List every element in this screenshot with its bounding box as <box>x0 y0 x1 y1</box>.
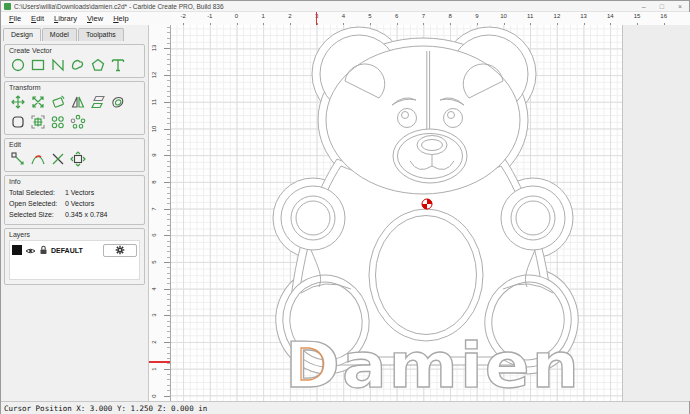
close-button[interactable]: × <box>678 2 682 11</box>
info-title: Info <box>9 178 140 185</box>
menu-library[interactable]: Library <box>49 13 82 24</box>
vruler-label-1: 1 <box>151 361 159 377</box>
hruler-label-10: 10 <box>495 13 513 19</box>
node-edit-tool-icon[interactable] <box>9 150 26 167</box>
layer-row[interactable]: DEFAULT <box>12 243 137 257</box>
vruler-label-2: 2 <box>151 334 159 350</box>
hruler-label-11: 11 <box>521 13 539 19</box>
vruler-label-11: 11 <box>151 94 159 110</box>
tab-toolpaths[interactable]: Toolpaths <box>78 28 124 41</box>
hruler-label-13: 13 <box>575 13 593 19</box>
trim-tool-icon[interactable] <box>49 150 66 167</box>
cursor-position-readout: Cursor Position X: 3.000 Y: 1.250 Z: 0.0… <box>4 404 207 413</box>
fillet-tool-icon[interactable] <box>9 113 26 130</box>
polyline-tool-icon[interactable] <box>49 56 66 73</box>
menu-help[interactable]: Help <box>108 13 133 24</box>
menu-view[interactable]: View <box>82 13 108 24</box>
vruler-label-4: 4 <box>151 281 159 297</box>
vruler-labels: 012345678910111213 <box>149 25 170 401</box>
tab-design[interactable]: Design <box>3 28 41 41</box>
design-canvas[interactable]: Damien <box>171 25 690 401</box>
selected-vector-marker[interactable] <box>422 199 432 209</box>
vertical-ruler: 012345678910111213 <box>149 25 171 401</box>
hruler-label-8: 8 <box>441 13 459 19</box>
vruler-label-0: 0 <box>151 388 159 402</box>
hruler-label-15: 15 <box>628 13 646 19</box>
offset-tool-icon[interactable] <box>109 93 126 110</box>
hruler-label-12: 12 <box>548 13 566 19</box>
layers-list: DEFAULT <box>9 240 140 280</box>
skew-tool-icon[interactable] <box>89 93 106 110</box>
maximize-button[interactable]: □ <box>660 2 664 11</box>
hruler-label-16: 16 <box>655 13 673 19</box>
app-icon <box>4 3 11 10</box>
hruler-label-14: 14 <box>601 13 619 19</box>
hruler-label-1: 1 <box>254 13 272 19</box>
tab-model[interactable]: Model <box>42 28 77 41</box>
info-open-selected: Open Selected: 0 Vectors <box>9 198 140 209</box>
gear-icon[interactable] <box>103 244 137 257</box>
vruler-label-10: 10 <box>151 121 159 137</box>
hruler-label--1: -1 <box>201 13 219 19</box>
hruler-label-7: 7 <box>414 13 432 19</box>
resize-tool-icon[interactable] <box>69 150 86 167</box>
hruler-label-0: 0 <box>228 13 246 19</box>
info-selected-size: Selected Size: 0.345 x 0.784 <box>9 209 140 220</box>
app-window: C:\Users\willia\Downloads\damien.c2d* - … <box>0 0 690 414</box>
vruler-label-3: 3 <box>151 307 159 323</box>
teddy-bear-drawing[interactable]: Damien <box>171 25 690 401</box>
text-tool-icon[interactable] <box>109 56 126 73</box>
vruler-label-12: 12 <box>151 67 159 83</box>
transform-title: Transform <box>9 84 140 91</box>
vruler-label-5: 5 <box>151 254 159 270</box>
hruler-label-9: 9 <box>468 13 486 19</box>
linear-array-tool-icon[interactable] <box>49 113 66 130</box>
menu-edit[interactable]: Edit <box>26 13 49 24</box>
vruler-label-8: 8 <box>151 174 159 190</box>
layers-title: Layers <box>9 231 140 238</box>
hruler-label-5: 5 <box>361 13 379 19</box>
scale-tool-icon[interactable] <box>29 93 46 110</box>
hruler-label-2: 2 <box>281 13 299 19</box>
rectangle-tool-icon[interactable] <box>29 56 46 73</box>
hruler-label-6: 6 <box>388 13 406 19</box>
mirror-tool-icon[interactable] <box>69 93 86 110</box>
transform-group: Transform <box>4 81 145 135</box>
window-controls: – □ × <box>642 2 686 11</box>
menu-file[interactable]: File <box>4 13 26 24</box>
layer-name: DEFAULT <box>51 247 83 254</box>
create-vector-title: Create Vector <box>9 47 140 54</box>
hruler-label--2: -2 <box>174 13 192 19</box>
minimize-button[interactable]: – <box>642 2 646 11</box>
vertical-cursor-marker <box>149 361 171 363</box>
info-group: Info Total Selected: 1 Vectors Open Sele… <box>4 175 145 225</box>
lock-icon[interactable] <box>39 241 48 259</box>
info-total-selected: Total Selected: 1 Vectors <box>9 187 140 198</box>
curve-tool-icon[interactable] <box>69 56 86 73</box>
layer-color-swatch[interactable] <box>12 245 22 255</box>
hruler-label-4: 4 <box>334 13 352 19</box>
edit-title: Edit <box>9 141 140 148</box>
edit-group: Edit <box>4 138 145 172</box>
circular-array-tool-icon[interactable] <box>69 113 86 130</box>
create-vector-group: Create Vector <box>4 44 145 78</box>
rotate-tool-icon[interactable] <box>49 93 66 110</box>
align-tool-icon[interactable] <box>29 113 46 130</box>
eye-icon[interactable] <box>25 241 36 259</box>
title-bar: C:\Users\willia\Downloads\damien.c2d* - … <box>1 1 689 12</box>
circle-tool-icon[interactable] <box>9 56 26 73</box>
damien-text-vector[interactable]: Damien <box>285 329 581 401</box>
mode-tabs: DesignModelToolpaths <box>1 25 148 41</box>
vruler-label-13: 13 <box>151 40 159 56</box>
status-bar: Cursor Position X: 3.000 Y: 1.250 Z: 0.0… <box>1 401 689 414</box>
layers-group: Layers DEFAULT <box>4 228 145 285</box>
move-tool-icon[interactable] <box>9 93 26 110</box>
window-title: C:\Users\willia\Downloads\damien.c2d* - … <box>14 3 224 10</box>
vruler-label-6: 6 <box>151 227 159 243</box>
curve-edit-tool-icon[interactable] <box>29 150 46 167</box>
vruler-label-9: 9 <box>151 147 159 163</box>
polygon-tool-icon[interactable] <box>89 56 106 73</box>
design-sidebar: DesignModelToolpaths Create Vector <box>1 25 149 401</box>
vruler-label-7: 7 <box>151 201 159 217</box>
